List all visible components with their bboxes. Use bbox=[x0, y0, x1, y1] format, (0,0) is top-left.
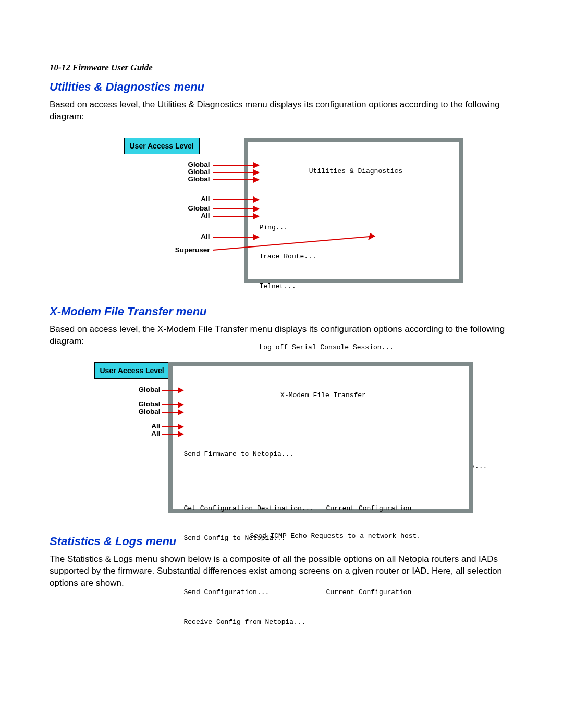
access-label: All bbox=[119, 422, 161, 430]
menu-item: Get Configuration Destination... Current… bbox=[184, 504, 463, 514]
arrow-line bbox=[213, 172, 253, 173]
menu-title-utilities: Utilities & Diagnostics bbox=[260, 167, 452, 177]
arrow-line bbox=[213, 165, 253, 166]
arrow-line bbox=[213, 208, 253, 209]
access-label: All bbox=[168, 195, 210, 203]
arrow-head-icon bbox=[253, 196, 260, 203]
menu-item: Receive Config from Netopia... bbox=[184, 618, 463, 627]
arrow-line bbox=[213, 199, 253, 200]
access-label: Global bbox=[168, 168, 210, 176]
arrow-head-icon bbox=[253, 162, 260, 168]
access-label: Global bbox=[119, 386, 161, 393]
section-body-utilities: Based on access level, the Utilities & D… bbox=[50, 99, 516, 123]
menu-item: Log off Serial Console Session... bbox=[260, 343, 452, 353]
access-label: All bbox=[168, 212, 210, 219]
arrow-head-icon bbox=[178, 424, 184, 430]
access-label: All bbox=[168, 232, 210, 240]
arrow-line bbox=[162, 404, 178, 405]
svg-line-0 bbox=[213, 236, 375, 250]
section-title-utilities: Utilities & Diagnostics menu bbox=[50, 80, 516, 94]
arrow-head-icon bbox=[178, 402, 184, 408]
arrow-head-icon bbox=[178, 409, 184, 415]
access-label: Global bbox=[119, 400, 161, 408]
menu-item: Send Firmware to Netopia... bbox=[184, 450, 463, 460]
arrow-head-icon bbox=[178, 387, 184, 393]
arrow-line bbox=[213, 216, 253, 217]
user-access-level-box: User Access Level bbox=[94, 362, 170, 379]
arrow-line bbox=[162, 412, 178, 413]
menu-title-xmodem: X-Modem File Transfer bbox=[184, 391, 463, 401]
svg-marker-1 bbox=[368, 233, 375, 240]
menu-panel-utilities: Utilities & Diagnostics Ping... Trace Ro… bbox=[244, 138, 463, 283]
arrow-diagonal-icon bbox=[213, 229, 385, 255]
access-label: Global bbox=[168, 204, 210, 212]
arrow-head-icon bbox=[253, 206, 260, 212]
menu-panel-xmodem: X-Modem File Transfer Send Firmware to N… bbox=[168, 362, 473, 513]
arrow-line bbox=[162, 434, 178, 435]
menu-item: Send Config to Netopia... bbox=[184, 534, 463, 544]
access-label: Superuser bbox=[168, 246, 210, 254]
arrow-head-icon bbox=[253, 177, 260, 183]
arrow-head-icon bbox=[253, 213, 260, 219]
access-label: Global bbox=[168, 175, 210, 183]
access-label: All bbox=[119, 429, 161, 437]
diagram-xmodem: User Access Level X-Modem File Transfer … bbox=[90, 362, 476, 516]
diagram-utilities: User Access Level Utilities & Diagnostic… bbox=[101, 138, 466, 286]
arrow-head-icon bbox=[178, 431, 184, 437]
arrow-head-icon bbox=[253, 169, 260, 176]
menu-item: Telnet... bbox=[260, 282, 452, 292]
arrow-line bbox=[162, 426, 178, 427]
menu-item: Send Configuration... Current Configurat… bbox=[184, 588, 463, 598]
access-label: Global bbox=[119, 408, 161, 415]
arrow-line bbox=[162, 390, 178, 391]
user-access-level-box: User Access Level bbox=[124, 138, 200, 154]
access-label: Global bbox=[168, 161, 210, 168]
arrow-line bbox=[213, 179, 253, 180]
page-header: 10-12 Firmware User Guide bbox=[50, 63, 516, 73]
